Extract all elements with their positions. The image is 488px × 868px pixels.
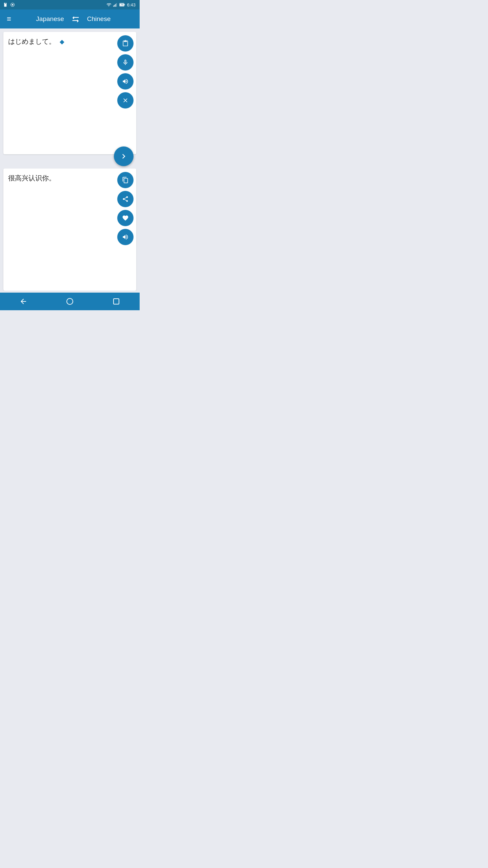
main-content: はじめまして。 ◆ xyxy=(0,28,140,291)
send-icon xyxy=(119,152,128,161)
home-button[interactable] xyxy=(58,295,82,308)
clear-input-button[interactable] xyxy=(117,92,134,108)
translate-send-button[interactable] xyxy=(114,146,134,166)
record-icon xyxy=(10,2,15,7)
cursor-drop: ◆ xyxy=(60,38,64,46)
close-icon xyxy=(122,97,129,104)
svg-rect-14 xyxy=(114,299,119,304)
heart-icon xyxy=(122,215,129,221)
toolbar: ≡ Japanese Chinese xyxy=(0,9,140,28)
speak-output-button[interactable] xyxy=(117,229,134,245)
speak-input-button[interactable] xyxy=(117,73,134,90)
microphone-button[interactable] xyxy=(117,54,134,71)
microphone-icon xyxy=(122,59,129,66)
status-right: 6:43 xyxy=(106,2,136,8)
sd-card-icon xyxy=(3,2,8,7)
clipboard-icon xyxy=(122,40,129,47)
output-panel: 很高兴认识你。 xyxy=(3,169,136,291)
battery-icon xyxy=(119,2,125,8)
svg-rect-6 xyxy=(113,5,114,7)
svg-point-5 xyxy=(12,4,14,6)
back-button[interactable] xyxy=(11,295,36,308)
target-language[interactable]: Chinese xyxy=(87,15,111,23)
status-bar: 6:43 xyxy=(0,0,140,9)
favorite-translation-button[interactable] xyxy=(117,210,134,226)
svg-rect-9 xyxy=(116,3,117,6)
speaker-icon xyxy=(122,78,129,85)
copy-translation-button[interactable] xyxy=(117,172,134,188)
back-icon xyxy=(19,297,27,305)
bottom-navigation xyxy=(0,293,140,310)
status-left xyxy=(3,2,15,7)
paste-button[interactable] xyxy=(117,35,134,52)
share-icon xyxy=(122,196,129,202)
input-japanese-text: はじめまして。 xyxy=(8,38,56,45)
svg-rect-2 xyxy=(5,3,5,4)
wifi-icon xyxy=(106,2,111,7)
home-icon xyxy=(66,297,74,305)
recent-icon xyxy=(112,297,120,305)
svg-rect-11 xyxy=(124,4,125,5)
input-action-buttons xyxy=(117,35,134,108)
signal-icon xyxy=(113,2,118,7)
copy-icon xyxy=(122,177,129,183)
svg-rect-7 xyxy=(114,5,115,7)
svg-rect-3 xyxy=(5,3,6,4)
share-translation-button[interactable] xyxy=(117,191,134,207)
output-text: 很高兴认识你。 xyxy=(8,173,56,286)
source-language[interactable]: Japanese xyxy=(36,15,64,23)
input-panel: はじめまして。 ◆ xyxy=(3,32,136,154)
input-text[interactable]: はじめまして。 ◆ xyxy=(8,37,64,150)
svg-point-13 xyxy=(67,298,73,304)
output-speaker-icon xyxy=(122,234,129,240)
svg-rect-1 xyxy=(4,3,5,4)
recents-button[interactable] xyxy=(104,295,128,308)
swap-language-button[interactable] xyxy=(71,14,80,24)
menu-button[interactable]: ≡ xyxy=(5,14,13,24)
svg-rect-8 xyxy=(115,4,116,7)
language-selector: Japanese Chinese xyxy=(13,14,134,24)
output-action-buttons xyxy=(117,172,134,245)
status-time: 6:43 xyxy=(127,2,136,7)
